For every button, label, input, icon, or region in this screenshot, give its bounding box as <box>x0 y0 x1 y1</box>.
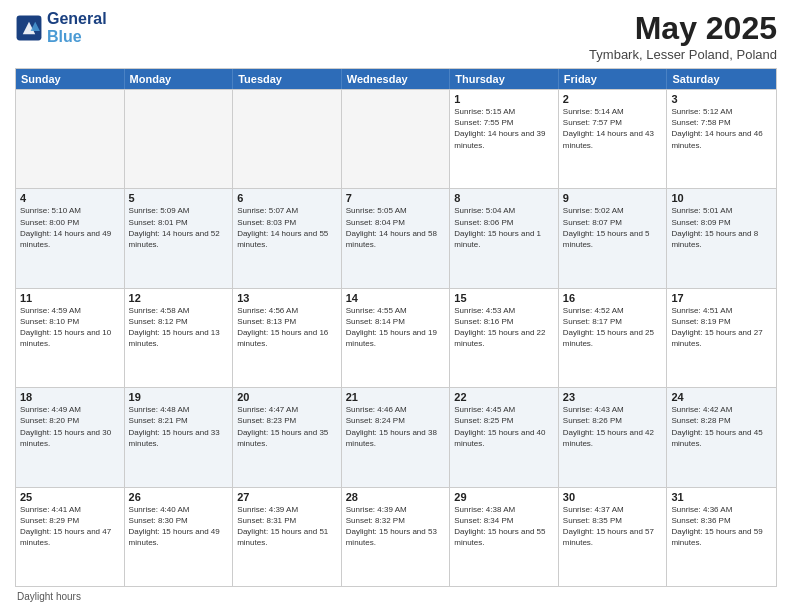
cal-cell: 22 Sunrise: 4:45 AM Sunset: 8:25 PM Dayl… <box>450 388 559 486</box>
cal-cell: 15 Sunrise: 4:53 AM Sunset: 8:16 PM Dayl… <box>450 289 559 387</box>
logo: General Blue <box>15 10 107 45</box>
cell-detail: Sunrise: 5:02 AM Sunset: 8:07 PM Dayligh… <box>563 205 663 250</box>
cal-cell: 3 Sunrise: 5:12 AM Sunset: 7:58 PM Dayli… <box>667 90 776 188</box>
cal-cell: 30 Sunrise: 4:37 AM Sunset: 8:35 PM Dayl… <box>559 488 668 586</box>
cell-detail: Sunrise: 4:38 AM Sunset: 8:34 PM Dayligh… <box>454 504 554 549</box>
cal-cell: 14 Sunrise: 4:55 AM Sunset: 8:14 PM Dayl… <box>342 289 451 387</box>
cell-detail: Sunrise: 4:39 AM Sunset: 8:32 PM Dayligh… <box>346 504 446 549</box>
cal-cell: 21 Sunrise: 4:46 AM Sunset: 8:24 PM Dayl… <box>342 388 451 486</box>
cell-detail: Sunrise: 4:51 AM Sunset: 8:19 PM Dayligh… <box>671 305 772 350</box>
day-number: 6 <box>237 192 337 204</box>
day-number: 24 <box>671 391 772 403</box>
day-number: 27 <box>237 491 337 503</box>
cal-cell: 1 Sunrise: 5:15 AM Sunset: 7:55 PM Dayli… <box>450 90 559 188</box>
header-wednesday: Wednesday <box>342 69 451 89</box>
cal-cell: 31 Sunrise: 4:36 AM Sunset: 8:36 PM Dayl… <box>667 488 776 586</box>
subtitle: Tymbark, Lesser Poland, Poland <box>589 47 777 62</box>
cal-cell: 4 Sunrise: 5:10 AM Sunset: 8:00 PM Dayli… <box>16 189 125 287</box>
cal-cell: 10 Sunrise: 5:01 AM Sunset: 8:09 PM Dayl… <box>667 189 776 287</box>
day-number: 5 <box>129 192 229 204</box>
day-number: 19 <box>129 391 229 403</box>
cell-detail: Sunrise: 5:10 AM Sunset: 8:00 PM Dayligh… <box>20 205 120 250</box>
cell-detail: Sunrise: 4:40 AM Sunset: 8:30 PM Dayligh… <box>129 504 229 549</box>
cell-detail: Sunrise: 4:43 AM Sunset: 8:26 PM Dayligh… <box>563 404 663 449</box>
cal-cell: 24 Sunrise: 4:42 AM Sunset: 8:28 PM Dayl… <box>667 388 776 486</box>
cal-cell: 9 Sunrise: 5:02 AM Sunset: 8:07 PM Dayli… <box>559 189 668 287</box>
main-title: May 2025 <box>589 10 777 47</box>
cal-row-1: 1 Sunrise: 5:15 AM Sunset: 7:55 PM Dayli… <box>16 89 776 188</box>
cal-row-5: 25 Sunrise: 4:41 AM Sunset: 8:29 PM Dayl… <box>16 487 776 586</box>
cal-cell: 7 Sunrise: 5:05 AM Sunset: 8:04 PM Dayli… <box>342 189 451 287</box>
cell-detail: Sunrise: 5:05 AM Sunset: 8:04 PM Dayligh… <box>346 205 446 250</box>
cal-cell <box>16 90 125 188</box>
header: General Blue May 2025 Tymbark, Lesser Po… <box>15 10 777 62</box>
day-number: 7 <box>346 192 446 204</box>
day-number: 18 <box>20 391 120 403</box>
cal-cell: 2 Sunrise: 5:14 AM Sunset: 7:57 PM Dayli… <box>559 90 668 188</box>
cal-cell: 17 Sunrise: 4:51 AM Sunset: 8:19 PM Dayl… <box>667 289 776 387</box>
day-number: 15 <box>454 292 554 304</box>
cell-detail: Sunrise: 5:01 AM Sunset: 8:09 PM Dayligh… <box>671 205 772 250</box>
header-sunday: Sunday <box>16 69 125 89</box>
cal-cell <box>125 90 234 188</box>
cell-detail: Sunrise: 4:46 AM Sunset: 8:24 PM Dayligh… <box>346 404 446 449</box>
cell-detail: Sunrise: 5:07 AM Sunset: 8:03 PM Dayligh… <box>237 205 337 250</box>
footer-note: Daylight hours <box>15 591 777 602</box>
cell-detail: Sunrise: 5:09 AM Sunset: 8:01 PM Dayligh… <box>129 205 229 250</box>
day-number: 3 <box>671 93 772 105</box>
cell-detail: Sunrise: 5:04 AM Sunset: 8:06 PM Dayligh… <box>454 205 554 250</box>
cell-detail: Sunrise: 5:15 AM Sunset: 7:55 PM Dayligh… <box>454 106 554 151</box>
day-number: 22 <box>454 391 554 403</box>
cal-row-4: 18 Sunrise: 4:49 AM Sunset: 8:20 PM Dayl… <box>16 387 776 486</box>
day-number: 17 <box>671 292 772 304</box>
day-number: 9 <box>563 192 663 204</box>
day-number: 11 <box>20 292 120 304</box>
day-number: 26 <box>129 491 229 503</box>
cell-detail: Sunrise: 5:12 AM Sunset: 7:58 PM Dayligh… <box>671 106 772 151</box>
cal-cell <box>233 90 342 188</box>
cell-detail: Sunrise: 4:49 AM Sunset: 8:20 PM Dayligh… <box>20 404 120 449</box>
cal-cell: 5 Sunrise: 5:09 AM Sunset: 8:01 PM Dayli… <box>125 189 234 287</box>
cal-row-3: 11 Sunrise: 4:59 AM Sunset: 8:10 PM Dayl… <box>16 288 776 387</box>
cal-cell: 12 Sunrise: 4:58 AM Sunset: 8:12 PM Dayl… <box>125 289 234 387</box>
day-number: 23 <box>563 391 663 403</box>
day-number: 4 <box>20 192 120 204</box>
cal-cell: 18 Sunrise: 4:49 AM Sunset: 8:20 PM Dayl… <box>16 388 125 486</box>
header-thursday: Thursday <box>450 69 559 89</box>
cal-cell: 20 Sunrise: 4:47 AM Sunset: 8:23 PM Dayl… <box>233 388 342 486</box>
cal-cell: 26 Sunrise: 4:40 AM Sunset: 8:30 PM Dayl… <box>125 488 234 586</box>
logo-text: General Blue <box>47 10 107 45</box>
cell-detail: Sunrise: 4:56 AM Sunset: 8:13 PM Dayligh… <box>237 305 337 350</box>
cal-cell: 23 Sunrise: 4:43 AM Sunset: 8:26 PM Dayl… <box>559 388 668 486</box>
cal-cell <box>342 90 451 188</box>
cell-detail: Sunrise: 4:53 AM Sunset: 8:16 PM Dayligh… <box>454 305 554 350</box>
cal-cell: 25 Sunrise: 4:41 AM Sunset: 8:29 PM Dayl… <box>16 488 125 586</box>
day-number: 31 <box>671 491 772 503</box>
calendar-header: Sunday Monday Tuesday Wednesday Thursday… <box>16 69 776 89</box>
day-number: 20 <box>237 391 337 403</box>
cal-cell: 6 Sunrise: 5:07 AM Sunset: 8:03 PM Dayli… <box>233 189 342 287</box>
cal-cell: 13 Sunrise: 4:56 AM Sunset: 8:13 PM Dayl… <box>233 289 342 387</box>
header-tuesday: Tuesday <box>233 69 342 89</box>
cell-detail: Sunrise: 4:58 AM Sunset: 8:12 PM Dayligh… <box>129 305 229 350</box>
cal-cell: 27 Sunrise: 4:39 AM Sunset: 8:31 PM Dayl… <box>233 488 342 586</box>
cal-cell: 19 Sunrise: 4:48 AM Sunset: 8:21 PM Dayl… <box>125 388 234 486</box>
title-block: May 2025 Tymbark, Lesser Poland, Poland <box>589 10 777 62</box>
day-number: 12 <box>129 292 229 304</box>
calendar: Sunday Monday Tuesday Wednesday Thursday… <box>15 68 777 587</box>
day-number: 28 <box>346 491 446 503</box>
cell-detail: Sunrise: 4:37 AM Sunset: 8:35 PM Dayligh… <box>563 504 663 549</box>
cell-detail: Sunrise: 4:55 AM Sunset: 8:14 PM Dayligh… <box>346 305 446 350</box>
cal-cell: 16 Sunrise: 4:52 AM Sunset: 8:17 PM Dayl… <box>559 289 668 387</box>
day-number: 29 <box>454 491 554 503</box>
cell-detail: Sunrise: 4:45 AM Sunset: 8:25 PM Dayligh… <box>454 404 554 449</box>
cell-detail: Sunrise: 4:59 AM Sunset: 8:10 PM Dayligh… <box>20 305 120 350</box>
cell-detail: Sunrise: 5:14 AM Sunset: 7:57 PM Dayligh… <box>563 106 663 151</box>
day-number: 2 <box>563 93 663 105</box>
cell-detail: Sunrise: 4:47 AM Sunset: 8:23 PM Dayligh… <box>237 404 337 449</box>
cal-cell: 8 Sunrise: 5:04 AM Sunset: 8:06 PM Dayli… <box>450 189 559 287</box>
cell-detail: Sunrise: 4:39 AM Sunset: 8:31 PM Dayligh… <box>237 504 337 549</box>
page: General Blue May 2025 Tymbark, Lesser Po… <box>0 0 792 612</box>
header-monday: Monday <box>125 69 234 89</box>
cell-detail: Sunrise: 4:41 AM Sunset: 8:29 PM Dayligh… <box>20 504 120 549</box>
